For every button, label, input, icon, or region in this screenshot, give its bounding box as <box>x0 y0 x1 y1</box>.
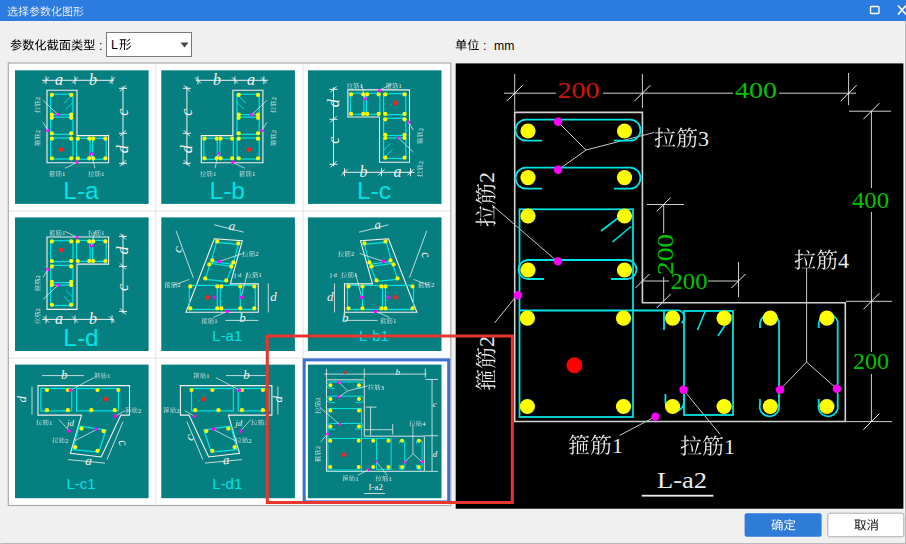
svg-text:L-b: L-b <box>210 177 245 204</box>
svg-text:b: b <box>342 310 349 325</box>
svg-text:d: d <box>114 144 131 153</box>
svg-text:mm: mm <box>494 39 514 53</box>
svg-text:400: 400 <box>735 78 777 103</box>
svg-text:1: 1 <box>354 271 357 278</box>
svg-text:jd: jd <box>234 418 243 428</box>
svg-text:1: 1 <box>107 372 110 379</box>
svg-text:2: 2 <box>270 97 277 100</box>
svg-text:2: 2 <box>34 130 41 133</box>
svg-text:1: 1 <box>360 82 363 89</box>
svg-text:L-c1: L-c1 <box>66 475 95 492</box>
svg-text:2: 2 <box>417 128 424 131</box>
svg-text:b: b <box>396 367 401 377</box>
svg-text:L-d1: L-d1 <box>212 475 242 492</box>
svg-text:d: d <box>325 98 342 107</box>
svg-text:1: 1 <box>612 433 623 458</box>
svg-text:1: 1 <box>258 271 261 278</box>
svg-text:a: a <box>55 71 63 88</box>
svg-text:2: 2 <box>474 172 499 183</box>
svg-text::: : <box>99 39 102 53</box>
svg-text:L-d: L-d <box>63 324 98 351</box>
svg-text:2: 2 <box>474 336 499 347</box>
svg-text:b: b <box>89 71 97 88</box>
svg-text:2: 2 <box>248 437 251 444</box>
svg-text:a: a <box>55 310 63 327</box>
svg-text:b: b <box>243 367 250 382</box>
svg-text:2: 2 <box>431 281 434 288</box>
svg-text:400: 400 <box>852 188 889 213</box>
svg-text:d: d <box>14 396 29 403</box>
svg-text:c: c <box>325 137 342 144</box>
svg-text:c: c <box>114 284 131 291</box>
svg-text:200: 200 <box>671 269 708 294</box>
svg-text:L-c: L-c <box>357 177 391 204</box>
svg-text:d: d <box>178 144 195 153</box>
svg-text:1: 1 <box>213 170 216 177</box>
svg-text:2: 2 <box>255 250 258 257</box>
svg-text:b: b <box>239 310 246 325</box>
svg-text:d: d <box>270 396 285 403</box>
svg-text:1: 1 <box>49 419 52 426</box>
svg-text:2: 2 <box>314 397 321 400</box>
svg-text:4: 4 <box>838 248 849 273</box>
svg-text:1: 1 <box>101 170 104 177</box>
svg-text:200: 200 <box>558 78 600 103</box>
svg-text:I-a2: I-a2 <box>369 482 384 492</box>
svg-text:L-a1: L-a1 <box>212 327 242 344</box>
svg-text:1: 1 <box>101 229 104 236</box>
svg-text:2: 2 <box>351 250 354 257</box>
svg-text:d: d <box>114 245 131 254</box>
svg-text:1: 1 <box>724 434 735 459</box>
svg-text:d: d <box>327 289 334 304</box>
svg-text:2: 2 <box>65 437 68 444</box>
svg-text:c: c <box>178 109 195 116</box>
svg-text:d: d <box>433 449 438 459</box>
svg-text:1: 1 <box>252 170 255 177</box>
svg-text:1: 1 <box>62 170 65 177</box>
svg-text:1: 1 <box>399 82 402 89</box>
svg-text:2: 2 <box>34 308 41 311</box>
svg-text::: : <box>483 39 486 53</box>
svg-text:b: b <box>61 367 68 382</box>
svg-text:3: 3 <box>381 384 384 391</box>
svg-text:2: 2 <box>314 446 321 449</box>
svg-text:2: 2 <box>417 161 424 164</box>
svg-text:1: 1 <box>388 475 391 482</box>
svg-text:2: 2 <box>34 275 41 278</box>
svg-text:2: 2 <box>176 407 179 414</box>
svg-text:b: b <box>213 71 221 88</box>
svg-text:a: a <box>394 163 402 180</box>
svg-text:c: c <box>433 399 437 409</box>
svg-text:200: 200 <box>853 349 889 374</box>
svg-text:d: d <box>270 289 277 304</box>
svg-text:L: L <box>111 38 118 52</box>
svg-text:L-a: L-a <box>63 177 99 204</box>
svg-text:3: 3 <box>698 126 709 151</box>
svg-text:2: 2 <box>138 407 141 414</box>
svg-text:a: a <box>247 71 255 88</box>
svg-text:1: 1 <box>355 475 358 482</box>
svg-text:1: 1 <box>214 317 217 324</box>
svg-text:2: 2 <box>270 130 277 133</box>
svg-text:1: 1 <box>393 317 396 324</box>
svg-text:c: c <box>114 109 131 116</box>
svg-text:jd: jd <box>66 418 75 428</box>
svg-text:2: 2 <box>177 281 180 288</box>
svg-text:1: 1 <box>206 372 209 379</box>
svg-text:1: 1 <box>62 229 65 236</box>
svg-text:L-a2: L-a2 <box>657 467 707 493</box>
svg-text:2: 2 <box>34 97 41 100</box>
